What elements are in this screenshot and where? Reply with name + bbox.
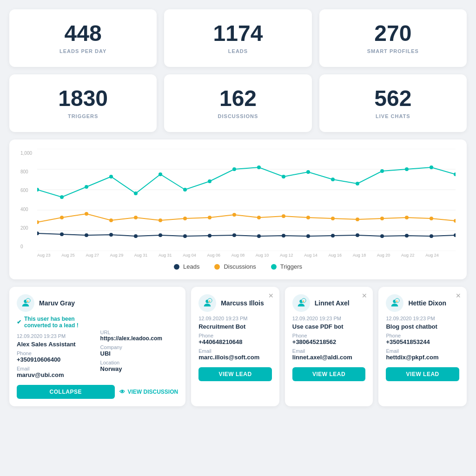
svg-point-17 bbox=[306, 170, 310, 174]
lead-phone-marcuss: +440648210648 bbox=[198, 338, 272, 345]
svg-point-59 bbox=[454, 233, 456, 237]
svg-point-19 bbox=[356, 182, 359, 185]
view-lead-button-marcuss[interactable]: VIEW LEAD bbox=[198, 367, 272, 381]
lead-avatar-linnet: ★ bbox=[292, 294, 310, 312]
svg-point-48 bbox=[183, 234, 187, 238]
lead-card-header-maruv: ★ Maruv Gray bbox=[17, 294, 178, 312]
lead-date-linnet: 12.09.2020 19:23 PM bbox=[292, 316, 366, 321]
svg-point-22 bbox=[430, 165, 433, 169]
converted-badge: ✔ This user has been converted to a lead… bbox=[17, 316, 95, 329]
chart-svg bbox=[37, 149, 456, 251]
email-label-linnet: Email bbox=[292, 348, 366, 354]
lead-card-header-marcuss: ★ Marcuss Illois bbox=[198, 294, 272, 312]
phone-label-marcuss: Phone bbox=[198, 333, 272, 338]
x-axis-labels: Aug 23 Aug 25 Aug 27 Aug 29 Aug 31 Aug 3… bbox=[20, 253, 456, 258]
avatar-icon-marcuss: ★ bbox=[202, 298, 212, 308]
svg-point-6 bbox=[37, 188, 39, 192]
y-axis: 1,000 800 600 400 200 0 bbox=[20, 149, 37, 251]
svg-point-54 bbox=[331, 234, 335, 238]
lead-company-maruv: UBI bbox=[100, 350, 178, 357]
close-button-marcuss[interactable]: ✕ bbox=[268, 292, 274, 299]
svg-point-16 bbox=[282, 175, 285, 178]
svg-point-38 bbox=[380, 217, 384, 220]
svg-point-24 bbox=[37, 220, 39, 224]
stat-label-triggers: TRIGGERS bbox=[20, 113, 145, 119]
svg-point-33 bbox=[257, 216, 261, 219]
svg-point-32 bbox=[232, 213, 236, 217]
lead-bot-hettie: Blog post chatbot bbox=[386, 323, 459, 330]
svg-point-49 bbox=[208, 234, 212, 238]
svg-point-53 bbox=[306, 234, 310, 238]
phone-label-hettie: Phone bbox=[386, 333, 459, 338]
legend-discussions: Discussions bbox=[214, 263, 256, 270]
svg-point-45 bbox=[109, 233, 113, 237]
view-lead-button-hettie[interactable]: VIEW LEAD bbox=[386, 367, 459, 381]
svg-point-58 bbox=[430, 234, 433, 238]
svg-text:★: ★ bbox=[26, 299, 29, 303]
lead-right-col: URL https://alex.leadoo.com Company UBI … bbox=[100, 316, 178, 378]
svg-point-25 bbox=[60, 216, 64, 219]
lead-date-marcuss: 12.09.2020 19:23 PM bbox=[198, 316, 272, 321]
svg-point-11 bbox=[159, 172, 162, 176]
svg-point-40 bbox=[430, 217, 433, 220]
lead-phone-label-maruv: Phone bbox=[17, 350, 95, 356]
svg-point-44 bbox=[85, 233, 88, 237]
svg-point-28 bbox=[134, 216, 138, 219]
stat-label-smart-profiles: SMART PROFILES bbox=[331, 48, 456, 54]
avatar-icon-linnet: ★ bbox=[296, 298, 306, 308]
stat-label-live-chats: LIVE CHATS bbox=[331, 113, 456, 119]
svg-point-31 bbox=[208, 216, 212, 219]
stats-row-2: 1830 TRIGGERS 162 DISCUSSIONS 562 LIVE C… bbox=[9, 74, 467, 132]
svg-point-55 bbox=[356, 233, 359, 237]
view-lead-button-linnet[interactable]: VIEW LEAD bbox=[292, 367, 366, 381]
stat-label-leads: LEADS bbox=[175, 48, 300, 54]
lead-bot-marcuss: Recruitment Bot bbox=[198, 323, 272, 330]
svg-text:★: ★ bbox=[302, 299, 304, 303]
svg-point-14 bbox=[232, 167, 236, 171]
lead-location-maruv: Norway bbox=[100, 365, 178, 372]
lead-bot-maruv: Alex Sales Assistant bbox=[17, 341, 95, 348]
view-discussion-button[interactable]: 👁 VIEW DISCUSSION bbox=[119, 385, 178, 399]
svg-point-18 bbox=[331, 178, 335, 181]
svg-point-10 bbox=[134, 192, 138, 195]
leads-row: ★ Maruv Gray ✔ This user has been conver… bbox=[9, 287, 467, 406]
svg-point-35 bbox=[306, 216, 310, 219]
svg-point-37 bbox=[356, 218, 359, 221]
location-label: Location bbox=[100, 360, 178, 365]
lead-left-col: ✔ This user has been converted to a lead… bbox=[17, 316, 95, 378]
lead-avatar-marcuss: ★ bbox=[198, 294, 216, 312]
svg-point-9 bbox=[109, 175, 113, 178]
lead-name-hettie: Hettie Dixon bbox=[408, 299, 446, 307]
stat-number-smart-profiles: 270 bbox=[331, 22, 456, 45]
svg-point-39 bbox=[405, 216, 409, 219]
lead-email-maruv: maruv@ubi.com bbox=[17, 371, 95, 378]
stat-number-leads: 1174 bbox=[175, 22, 300, 45]
lead-avatar-hettie: ★ bbox=[386, 294, 403, 312]
svg-point-13 bbox=[208, 179, 212, 183]
svg-point-23 bbox=[454, 172, 456, 176]
svg-point-47 bbox=[159, 233, 162, 237]
stat-number-discussions: 162 bbox=[175, 87, 300, 110]
svg-point-41 bbox=[454, 219, 456, 223]
svg-point-43 bbox=[60, 232, 64, 236]
close-button-linnet[interactable]: ✕ bbox=[362, 292, 367, 299]
lead-phone-hettie: +350541853244 bbox=[386, 338, 459, 345]
stat-discussions: 162 DISCUSSIONS bbox=[164, 74, 311, 132]
svg-point-50 bbox=[232, 233, 236, 237]
svg-text:★: ★ bbox=[396, 299, 398, 303]
stats-row-1: 448 LEADS PER DAY 1174 LEADS 270 SMART P… bbox=[9, 9, 467, 67]
company-label: Company bbox=[100, 344, 178, 350]
collapse-button[interactable]: COLLAPSE bbox=[17, 385, 115, 399]
legend-triggers: Triggers bbox=[271, 263, 302, 270]
avatar-icon-hettie: ★ bbox=[390, 298, 400, 308]
lead-name-linnet: Linnet Axel bbox=[315, 299, 350, 307]
lead-name-maruv: Maruv Gray bbox=[39, 299, 75, 307]
lead-card-header-linnet: ★ Linnet Axel bbox=[292, 294, 366, 312]
svg-point-21 bbox=[405, 167, 409, 171]
lead-date-maruv: 12.09.2020 19:23 PM bbox=[17, 333, 95, 339]
svg-text:★: ★ bbox=[208, 299, 211, 303]
stat-triggers: 1830 TRIGGERS bbox=[9, 74, 157, 132]
close-button-hettie[interactable]: ✕ bbox=[456, 292, 461, 299]
legend-dot-discussions bbox=[214, 264, 220, 270]
lead-email-label-maruv: Email bbox=[17, 366, 95, 371]
